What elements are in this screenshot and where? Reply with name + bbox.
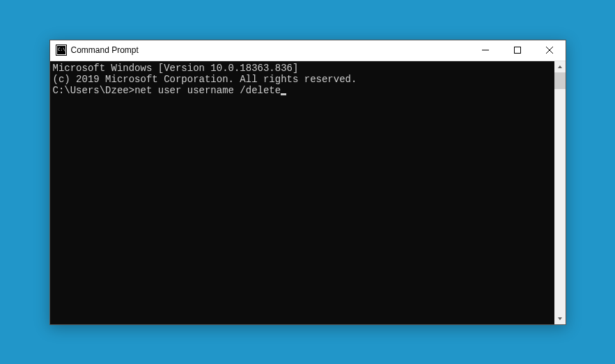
scrollbar-thumb[interactable]	[554, 72, 566, 89]
command-text: net user username /delete	[134, 85, 281, 96]
command-prompt-window: C:\ Command Prompt Microsoft Windows [Ve…	[49, 40, 566, 325]
vertical-scrollbar[interactable]	[554, 61, 566, 324]
scroll-down-button[interactable]	[554, 313, 566, 324]
titlebar[interactable]: C:\ Command Prompt	[50, 40, 566, 61]
app-icon: C:\	[56, 45, 67, 56]
maximize-button[interactable]	[501, 40, 534, 61]
svg-marker-9	[558, 317, 562, 320]
prompt-text: C:\Users\Dzee>	[53, 85, 135, 96]
close-button[interactable]	[534, 40, 566, 61]
svg-marker-8	[558, 65, 562, 68]
cursor-icon	[281, 93, 286, 95]
terminal-container: Microsoft Windows [Version 10.0.18363.83…	[50, 61, 566, 324]
output-line: (c) 2019 Microsoft Corporation. All righ…	[53, 74, 552, 85]
output-line: Microsoft Windows [Version 10.0.18363.83…	[53, 63, 552, 74]
window-title: Command Prompt	[71, 45, 139, 55]
minimize-button[interactable]	[469, 40, 501, 61]
svg-rect-5	[514, 47, 520, 54]
terminal-output[interactable]: Microsoft Windows [Version 10.0.18363.83…	[50, 61, 554, 324]
scrollbar-track[interactable]	[554, 72, 566, 313]
scroll-up-button[interactable]	[554, 61, 566, 72]
svg-text:C:\: C:\	[58, 47, 65, 52]
